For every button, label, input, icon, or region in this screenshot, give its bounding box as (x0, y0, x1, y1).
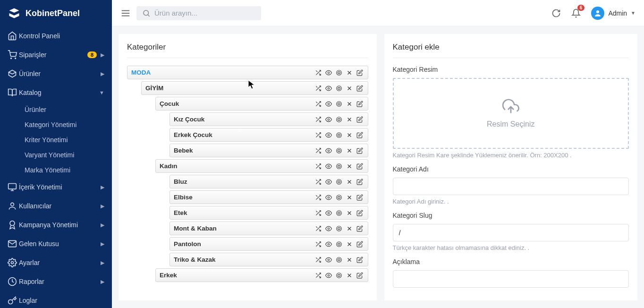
target-icon[interactable] (335, 147, 343, 154)
nav-subitem[interactable]: Kategori Yönetimi (19, 117, 112, 132)
target-icon[interactable] (335, 163, 343, 170)
target-icon[interactable] (335, 241, 343, 248)
close-icon[interactable] (345, 210, 354, 216)
target-icon[interactable] (335, 272, 343, 279)
target-icon[interactable] (335, 225, 343, 232)
user-menu[interactable]: Admin ▼ (591, 7, 636, 20)
category-row[interactable]: Bluz (169, 175, 368, 188)
category-row[interactable]: MODA (127, 66, 368, 79)
category-row[interactable]: Elbise (169, 190, 368, 204)
shuffle-icon[interactable] (314, 179, 322, 185)
nav-subitem[interactable]: Varyant Yönetimi (19, 147, 112, 163)
shuffle-icon[interactable] (314, 272, 322, 279)
eye-icon[interactable] (324, 101, 333, 107)
edit-icon[interactable] (356, 225, 364, 232)
category-row[interactable]: Etek (169, 206, 368, 220)
edit-icon[interactable] (356, 147, 364, 154)
nav-subitem[interactable]: Kriter Yönetimi (19, 132, 112, 147)
nav-subitem[interactable]: Ürünler (19, 102, 112, 117)
edit-icon[interactable] (356, 116, 364, 123)
shuffle-icon[interactable] (314, 257, 322, 263)
eye-icon[interactable] (324, 241, 333, 248)
eye-icon[interactable] (324, 163, 333, 170)
target-icon[interactable] (335, 69, 343, 76)
eye-icon[interactable] (324, 225, 333, 232)
close-icon[interactable] (345, 241, 354, 248)
target-icon[interactable] (335, 179, 343, 185)
close-icon[interactable] (345, 225, 354, 232)
close-icon[interactable] (345, 272, 354, 279)
category-row[interactable]: Erkek (155, 268, 368, 282)
shuffle-icon[interactable] (314, 69, 322, 76)
nav-item[interactable]: Ayarlar ▶ (0, 253, 112, 272)
shuffle-icon[interactable] (314, 225, 322, 232)
category-row[interactable]: Erkek Çocuk (169, 128, 368, 142)
close-icon[interactable] (345, 116, 354, 123)
desc-input[interactable] (393, 270, 629, 288)
eye-icon[interactable] (324, 116, 333, 123)
target-icon[interactable] (335, 194, 343, 201)
notifications-button[interactable]: 6 (571, 9, 581, 18)
edit-icon[interactable] (356, 101, 364, 107)
slug-input[interactable] (393, 224, 629, 241)
category-row[interactable]: Mont & Kaban (169, 222, 368, 235)
edit-icon[interactable] (356, 132, 364, 138)
image-dropzone[interactable]: Resim Seçiniz (393, 78, 629, 149)
edit-icon[interactable] (356, 85, 364, 92)
shuffle-icon[interactable] (314, 101, 322, 107)
eye-icon[interactable] (324, 179, 333, 185)
nav-item[interactable]: Katalog ▼ (0, 83, 112, 102)
close-icon[interactable] (345, 163, 354, 170)
nav-item[interactable]: Siparişler 8 ▶ (0, 45, 112, 64)
eye-icon[interactable] (324, 194, 333, 201)
nav-item[interactable]: Kontrol Paneli (0, 26, 112, 45)
close-icon[interactable] (345, 69, 354, 76)
close-icon[interactable] (345, 179, 354, 185)
shuffle-icon[interactable] (314, 147, 322, 154)
nav-item[interactable]: Raporlar ▶ (0, 272, 112, 291)
close-icon[interactable] (345, 85, 354, 92)
category-row[interactable]: Bebek (169, 144, 368, 157)
edit-icon[interactable] (356, 194, 364, 201)
nav-item[interactable]: Loglar (0, 291, 112, 308)
close-icon[interactable] (345, 101, 354, 107)
close-icon[interactable] (345, 194, 354, 201)
close-icon[interactable] (345, 132, 354, 138)
category-row[interactable]: Çocuk (155, 97, 368, 111)
edit-icon[interactable] (356, 257, 364, 263)
nav-item[interactable]: Gelen Kutusu ▶ (0, 234, 112, 253)
category-row[interactable]: Triko & Kazak (169, 253, 368, 266)
close-icon[interactable] (345, 147, 354, 154)
shuffle-icon[interactable] (314, 194, 322, 201)
eye-icon[interactable] (324, 210, 333, 216)
edit-icon[interactable] (356, 241, 364, 248)
menu-toggle-icon[interactable] (120, 8, 131, 18)
edit-icon[interactable] (356, 69, 364, 76)
shuffle-icon[interactable] (314, 116, 322, 123)
edit-icon[interactable] (356, 163, 364, 170)
category-row[interactable]: Kadın (155, 159, 368, 173)
eye-icon[interactable] (324, 132, 333, 138)
eye-icon[interactable] (324, 147, 333, 154)
target-icon[interactable] (335, 257, 343, 263)
edit-icon[interactable] (356, 179, 364, 185)
nav-item[interactable]: Ürünler ▶ (0, 64, 112, 83)
edit-icon[interactable] (356, 272, 364, 279)
refresh-button[interactable] (551, 9, 561, 18)
target-icon[interactable] (335, 132, 343, 138)
shuffle-icon[interactable] (314, 163, 322, 170)
category-row[interactable]: Kız Çocuk (169, 112, 368, 126)
category-row[interactable]: GİYİM (141, 81, 368, 95)
target-icon[interactable] (335, 85, 343, 92)
eye-icon[interactable] (324, 85, 333, 92)
category-row[interactable]: Pantolon (169, 237, 368, 251)
nav-item[interactable]: Kampanya Yönetimi ▶ (0, 215, 112, 234)
eye-icon[interactable] (324, 272, 333, 279)
target-icon[interactable] (335, 116, 343, 123)
nav-item[interactable]: Kullanıcılar ▶ (0, 197, 112, 215)
search-box[interactable] (136, 6, 261, 20)
shuffle-icon[interactable] (314, 85, 322, 92)
close-icon[interactable] (345, 257, 354, 263)
shuffle-icon[interactable] (314, 241, 322, 248)
target-icon[interactable] (335, 101, 343, 107)
